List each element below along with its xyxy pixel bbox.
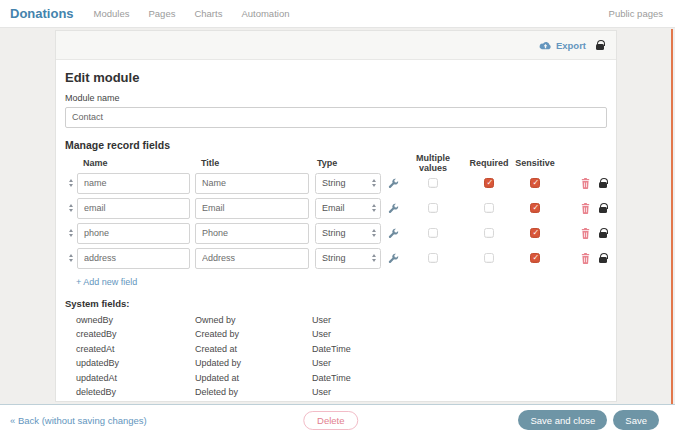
system-field-title: Updated by — [195, 358, 312, 368]
card-toolbar: Export — [56, 31, 616, 60]
field-row: String — [65, 221, 607, 246]
field-type-select[interactable]: String — [315, 223, 381, 244]
select-arrows-icon — [372, 229, 376, 237]
drag-handle-icon[interactable] — [65, 179, 77, 187]
lock-icon[interactable] — [599, 232, 607, 238]
lock-icon[interactable] — [599, 207, 607, 213]
system-field-type: User — [312, 329, 607, 339]
col-header-title: Title — [195, 158, 309, 168]
system-field-row: createdBy Created by User — [65, 327, 607, 342]
public-pages-link[interactable]: Public pages — [609, 8, 663, 19]
wrench-icon[interactable] — [388, 203, 401, 214]
field-title-input[interactable] — [195, 198, 309, 219]
add-new-field-link[interactable]: + Add new field — [76, 277, 137, 287]
fields-table-header: Name Title Type Multiple values Required… — [65, 156, 607, 171]
trash-icon[interactable] — [581, 203, 594, 214]
system-field-type: DateTime — [312, 344, 607, 354]
multiple-values-checkbox[interactable] — [428, 228, 438, 238]
required-checkbox[interactable] — [484, 203, 494, 213]
field-row: String — [65, 171, 607, 196]
cloud-upload-icon — [539, 41, 552, 50]
multiple-values-checkbox[interactable] — [428, 203, 438, 213]
field-row: String — [65, 246, 607, 271]
field-type-select[interactable]: String — [315, 248, 381, 269]
system-field-title: Deleted by — [195, 387, 312, 397]
top-navbar: Donations Modules Pages Charts Automatio… — [0, 0, 675, 28]
system-field-type: DateTime — [312, 373, 607, 383]
content-area: Export Edit module Module name Manage re… — [0, 29, 675, 404]
system-field-row: deletedAt Deleted at DateTime — [65, 400, 607, 402]
module-lock-icon[interactable] — [596, 44, 604, 50]
system-field-name: ownedBy — [65, 315, 195, 325]
field-name-input[interactable] — [77, 173, 190, 194]
multiple-values-checkbox[interactable] — [428, 178, 438, 188]
col-header-type: Type — [315, 158, 381, 168]
system-field-title: Updated at — [195, 373, 312, 383]
lock-icon[interactable] — [599, 182, 607, 188]
system-field-name: createdAt — [65, 344, 195, 354]
system-fields-title: System fields: — [65, 298, 607, 309]
page-title: Edit module — [65, 70, 607, 85]
module-editor-card: Export Edit module Module name Manage re… — [55, 30, 617, 402]
drag-handle-icon[interactable] — [65, 204, 77, 212]
field-name-input[interactable] — [77, 223, 190, 244]
module-name-label: Module name — [65, 93, 607, 103]
nav-item-automation[interactable]: Automation — [241, 8, 289, 19]
sensitive-checkbox[interactable] — [530, 228, 540, 238]
module-name-input[interactable] — [65, 107, 607, 128]
field-title-input[interactable] — [195, 223, 309, 244]
trash-icon[interactable] — [581, 178, 594, 189]
required-checkbox[interactable] — [484, 228, 494, 238]
field-name-input[interactable] — [77, 198, 190, 219]
system-field-title: Created by — [195, 329, 312, 339]
system-field-type: User — [312, 358, 607, 368]
col-header-sensitive: Sensitive — [513, 158, 557, 168]
multiple-values-checkbox[interactable] — [428, 253, 438, 263]
trash-icon[interactable] — [581, 228, 594, 239]
required-checkbox[interactable] — [484, 253, 494, 263]
save-button[interactable]: Save — [613, 410, 659, 430]
system-field-row: updatedAt Updated at DateTime — [65, 371, 607, 386]
select-arrows-icon — [372, 179, 376, 187]
field-title-input[interactable] — [195, 248, 309, 269]
drag-handle-icon[interactable] — [65, 254, 77, 262]
export-link[interactable]: Export — [539, 40, 586, 51]
field-type-select[interactable]: String — [315, 173, 381, 194]
nav-item-charts[interactable]: Charts — [194, 8, 222, 19]
field-row: Email — [65, 196, 607, 221]
trash-icon[interactable] — [581, 253, 594, 264]
field-name-input[interactable] — [77, 248, 190, 269]
wrench-icon[interactable] — [388, 253, 401, 264]
sensitive-checkbox[interactable] — [530, 203, 540, 213]
field-title-input[interactable] — [195, 173, 309, 194]
sensitive-checkbox[interactable] — [530, 178, 540, 188]
delete-button[interactable]: Delete — [303, 411, 358, 430]
brand-link[interactable]: Donations — [10, 6, 74, 21]
col-header-multiple: Multiple values — [401, 153, 465, 173]
wrench-icon[interactable] — [388, 228, 401, 239]
back-link[interactable]: « Back (without saving changes) — [10, 415, 147, 426]
col-header-required: Required — [465, 158, 513, 168]
system-field-type: User — [312, 387, 607, 397]
field-type-select[interactable]: Email — [315, 198, 381, 219]
save-and-close-button[interactable]: Save and close — [518, 410, 607, 430]
system-field-title: Created at — [195, 344, 312, 354]
footer-bar: « Back (without saving changes) Delete S… — [0, 404, 675, 435]
required-checkbox[interactable] — [484, 178, 494, 188]
drag-handle-icon[interactable] — [65, 229, 77, 237]
system-field-name: deletedBy — [65, 387, 195, 397]
system-field-row: deletedBy Deleted by User — [65, 385, 607, 400]
card-body: Edit module Module name Manage record fi… — [56, 60, 616, 401]
nav-item-modules[interactable]: Modules — [94, 8, 130, 19]
system-field-name: updatedBy — [65, 358, 195, 368]
lock-icon[interactable] — [599, 257, 607, 263]
fields-section-title: Manage record fields — [65, 139, 607, 151]
nav-item-pages[interactable]: Pages — [148, 8, 175, 19]
system-field-title: Owned by — [195, 315, 312, 325]
system-field-row: createdAt Created at DateTime — [65, 342, 607, 357]
system-field-type: User — [312, 315, 607, 325]
wrench-icon[interactable] — [388, 178, 401, 189]
sensitive-checkbox[interactable] — [530, 253, 540, 263]
select-arrows-icon — [372, 254, 376, 262]
select-arrows-icon — [372, 204, 376, 212]
